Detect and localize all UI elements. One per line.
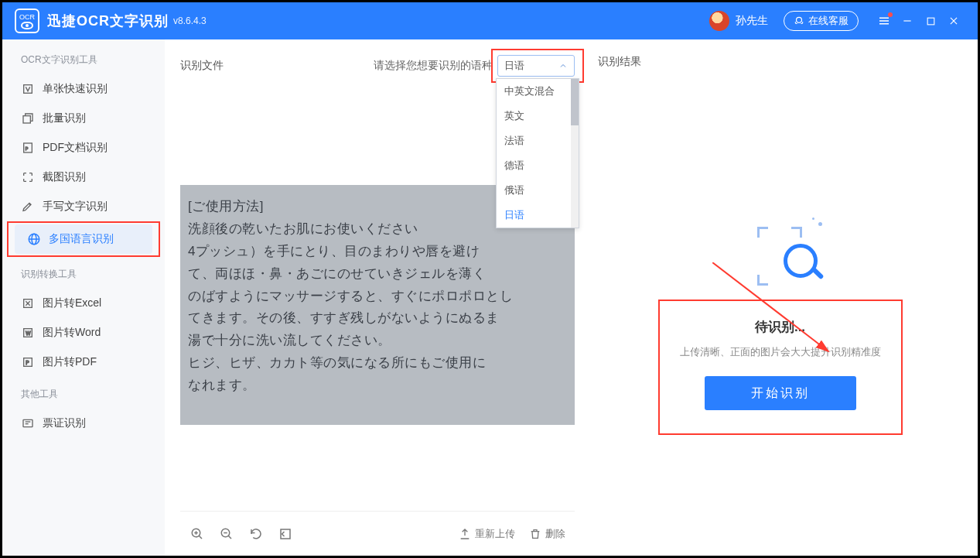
svg-rect-5 bbox=[927, 18, 934, 25]
pdf-icon: P bbox=[21, 141, 35, 155]
globe-icon bbox=[27, 232, 41, 246]
svg-point-0 bbox=[797, 17, 802, 22]
lang-option[interactable]: 俄语 bbox=[497, 178, 579, 203]
excel-icon bbox=[21, 296, 35, 310]
menu-button[interactable] bbox=[872, 9, 896, 33]
app-title: 迅捷OCR文字识别 bbox=[47, 12, 169, 30]
customer-service-button[interactable]: 在线客服 bbox=[784, 11, 859, 31]
titlebar: OCR 迅捷OCR文字识别 v8.6.4.3 孙先生 在线客服 bbox=[2, 2, 978, 39]
lang-option[interactable]: 中英文混合 bbox=[497, 79, 579, 104]
lang-dropdown: 中英文混合英文法语德语俄语日语 bbox=[496, 78, 579, 228]
lang-option[interactable]: 法语 bbox=[497, 128, 579, 153]
minimize-icon bbox=[902, 15, 913, 26]
sidebar-item-batch[interactable]: 批量识别 bbox=[2, 104, 165, 133]
reupload-button[interactable]: 重新上传 bbox=[459, 527, 515, 541]
lang-select[interactable]: 日语 bbox=[497, 55, 575, 77]
zoom-in-button[interactable] bbox=[190, 526, 205, 542]
trash-icon bbox=[529, 528, 541, 540]
file-pane-title: 识别文件 bbox=[180, 59, 224, 73]
sidebar-item-word[interactable]: W 图片转Word bbox=[2, 318, 165, 347]
delete-button[interactable]: 删除 bbox=[529, 527, 565, 541]
lang-option[interactable]: 日语 bbox=[497, 203, 579, 228]
bottom-toolbar: 重新上传 删除 bbox=[180, 511, 575, 556]
rotate-button[interactable] bbox=[248, 526, 264, 542]
sidebar-section-ocr: OCR文字识别工具 bbox=[2, 53, 165, 74]
svg-text:W: W bbox=[26, 330, 31, 336]
ticket-icon bbox=[21, 416, 35, 430]
result-pane-title: 识别结果 bbox=[598, 55, 962, 69]
sidebar-item-ticket[interactable]: 票证识别 bbox=[2, 409, 165, 438]
start-recognize-button[interactable]: 开始识别 bbox=[705, 376, 856, 410]
svg-text:P: P bbox=[26, 360, 29, 365]
magnifier-illustration bbox=[757, 224, 819, 286]
sidebar-item-multilang[interactable]: 多国语言识别 bbox=[15, 224, 152, 254]
upload-icon bbox=[459, 528, 471, 540]
app-version: v8.6.4.3 bbox=[173, 15, 207, 26]
sidebar-section-other: 其他工具 bbox=[2, 388, 165, 409]
logo-text: OCR bbox=[19, 13, 35, 21]
maximize-icon bbox=[926, 16, 936, 26]
zoom-out-button[interactable] bbox=[219, 526, 234, 542]
sidebar-item-topdf[interactable]: P 图片转PDF bbox=[2, 347, 165, 377]
sidebar-item-pdf[interactable]: P PDF文档识别 bbox=[2, 133, 165, 163]
sidebar-item-handwrite[interactable]: 手写文字识别 bbox=[2, 192, 165, 221]
sidebar-item-screenshot[interactable]: 截图识别 bbox=[2, 163, 165, 192]
word-icon: W bbox=[21, 326, 35, 340]
fit-button[interactable] bbox=[278, 526, 293, 542]
lang-option[interactable]: 德语 bbox=[497, 153, 579, 178]
placeholder-title: 待识别... bbox=[755, 318, 805, 336]
maximize-button[interactable] bbox=[919, 9, 942, 33]
username[interactable]: 孙先生 bbox=[736, 14, 768, 28]
screenshot-icon bbox=[21, 170, 35, 184]
svg-rect-9 bbox=[23, 116, 30, 123]
app-logo: OCR bbox=[15, 9, 39, 33]
lang-option[interactable]: 英文 bbox=[497, 104, 579, 128]
single-icon bbox=[21, 82, 35, 96]
handwrite-icon bbox=[21, 200, 35, 214]
close-button[interactable] bbox=[942, 9, 965, 33]
svg-line-28 bbox=[228, 536, 231, 539]
headset-icon bbox=[794, 15, 804, 26]
topdf-icon: P bbox=[21, 355, 35, 369]
placeholder-hint: 上传清晰、正面的图片会大大提升识别精准度 bbox=[680, 345, 881, 359]
avatar[interactable] bbox=[709, 11, 729, 31]
sidebar-section-convert: 识别转换工具 bbox=[2, 268, 165, 289]
sidebar-item-excel[interactable]: 图片转Excel bbox=[2, 289, 165, 318]
chevron-up-icon bbox=[558, 61, 568, 70]
close-icon bbox=[948, 15, 959, 26]
right-pane: 识别结果 待识别... 上传清晰、正面的图片会大大提升识别精准度 开始识别 bbox=[575, 39, 978, 556]
left-pane: 识别文件 请选择您想要识别的语种 日语 中英文混合英文法语德语俄语日语 bbox=[165, 39, 575, 556]
lang-label: 请选择您想要识别的语种 bbox=[374, 59, 493, 73]
svg-line-24 bbox=[199, 536, 202, 539]
sidebar-item-single[interactable]: 单张快速识别 bbox=[2, 74, 165, 104]
batch-icon bbox=[21, 111, 35, 125]
sidebar: OCR文字识别工具 单张快速识别 批量识别 P PDF文档识别 截图识别 手写文… bbox=[2, 39, 165, 556]
minimize-button[interactable] bbox=[896, 9, 919, 33]
svg-text:P: P bbox=[26, 146, 29, 151]
